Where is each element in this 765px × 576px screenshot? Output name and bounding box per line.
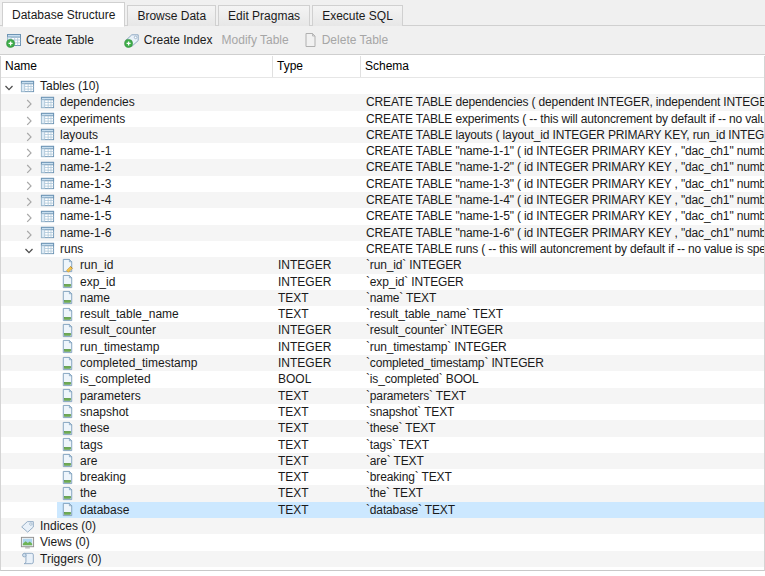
type-cell <box>273 94 361 110</box>
tree-row-result-table-name[interactable]: result_table_nameTEXT`result_table_name`… <box>1 306 764 322</box>
tree-row-database[interactable]: databaseTEXT`database` TEXT <box>1 502 764 518</box>
type-cell <box>273 78 361 94</box>
row-name-label: name-1-2 <box>60 159 111 175</box>
tree-row-layouts[interactable]: layoutsCREATE TABLE layouts ( layout_id … <box>1 127 764 143</box>
tab-database-structure[interactable]: Database Structure <box>2 2 125 27</box>
collapse-icon[interactable] <box>24 244 34 254</box>
tree-row-is-completed[interactable]: is_completedBOOL`is_completed` BOOL <box>1 371 764 387</box>
name-cell: name-1-3 <box>1 176 273 192</box>
table-icon <box>40 144 56 159</box>
tree-row-views-0[interactable]: Views (0) <box>1 534 764 550</box>
tree-row-run-id[interactable]: run_idINTEGER`run_id` INTEGER <box>1 257 764 273</box>
field-icon <box>60 372 76 387</box>
row-name-label: result_counter <box>80 322 156 338</box>
name-cell: dependencies <box>1 94 273 110</box>
type-cell <box>273 208 361 224</box>
tree-row-breaking[interactable]: breakingTEXT`breaking` TEXT <box>1 469 764 485</box>
schema-cell: `snapshot` TEXT <box>361 404 764 420</box>
table-icon <box>40 111 56 126</box>
tree-row-triggers-0[interactable]: Triggers (0) <box>1 551 764 567</box>
tree-row-parameters[interactable]: parametersTEXT`parameters` TEXT <box>1 388 764 404</box>
create-table-button[interactable]: Create Table <box>6 32 94 48</box>
column-header-name[interactable]: Name <box>1 56 273 77</box>
type-cell: INTEGER <box>273 257 361 273</box>
row-name-label: name <box>80 290 110 306</box>
type-cell <box>273 176 361 192</box>
type-cell <box>273 127 361 143</box>
tree-row-snapshot[interactable]: snapshotTEXT`snapshot` TEXT <box>1 404 764 420</box>
field-icon <box>60 502 76 517</box>
field-icon <box>60 486 76 501</box>
create-index-icon <box>124 32 140 48</box>
row-name-label: Triggers (0) <box>40 551 102 567</box>
name-cell: tags <box>1 437 273 453</box>
row-name-label: Tables (10) <box>40 78 99 94</box>
type-cell: TEXT <box>273 404 361 420</box>
row-name-label: exp_id <box>80 274 115 290</box>
tree-row-tables-10[interactable]: Tables (10) <box>1 78 764 94</box>
row-name-label: name-1-6 <box>60 225 111 241</box>
row-name-label: Indices (0) <box>40 518 96 534</box>
type-cell: INTEGER <box>273 274 361 290</box>
expand-icon[interactable] <box>24 97 34 107</box>
expand-icon[interactable] <box>24 179 34 189</box>
row-name-label: these <box>80 420 109 436</box>
tree-row-run-timestamp[interactable]: run_timestampINTEGER`run_timestamp` INTE… <box>1 339 764 355</box>
type-cell: TEXT <box>273 388 361 404</box>
expand-icon[interactable] <box>24 228 34 238</box>
column-header-type[interactable]: Type <box>273 56 361 77</box>
tree-row-runs[interactable]: runsCREATE TABLE runs ( -- this will aut… <box>1 241 764 257</box>
expand-icon[interactable] <box>24 146 34 156</box>
tab-edit-pragmas[interactable]: Edit Pragmas <box>218 5 310 26</box>
expand-icon[interactable] <box>24 162 34 172</box>
tree-row-name-1-1[interactable]: name-1-1CREATE TABLE "name-1-1" ( id INT… <box>1 143 764 159</box>
name-cell: Tables (10) <box>1 78 273 94</box>
tab-bar: Database StructureBrowse DataEdit Pragma… <box>0 0 765 26</box>
tree-row-dependencies[interactable]: dependenciesCREATE TABLE dependencies ( … <box>1 94 764 110</box>
schema-cell: `is_completed` BOOL <box>361 371 764 387</box>
name-cell: is_completed <box>1 371 273 387</box>
expand-icon[interactable] <box>24 130 34 140</box>
tree-row-completed-timestamp[interactable]: completed_timestampINTEGER`completed_tim… <box>1 355 764 371</box>
schema-cell: `run_timestamp` INTEGER <box>361 339 764 355</box>
tab-browse-data[interactable]: Browse Data <box>127 5 216 26</box>
tree-row-tags[interactable]: tagsTEXT`tags` TEXT <box>1 437 764 453</box>
type-cell: TEXT <box>273 485 361 501</box>
tree-row-name-1-6[interactable]: name-1-6CREATE TABLE "name-1-6" ( id INT… <box>1 225 764 241</box>
schema-cell <box>361 78 764 94</box>
tree-row-experiments[interactable]: experimentsCREATE TABLE experiments ( --… <box>1 111 764 127</box>
tree-row-name-1-2[interactable]: name-1-2CREATE TABLE "name-1-2" ( id INT… <box>1 159 764 175</box>
name-cell: are <box>1 453 273 469</box>
type-cell: TEXT <box>273 420 361 436</box>
tree-row-result-counter[interactable]: result_counterINTEGER`result_counter` IN… <box>1 322 764 338</box>
create-index-button[interactable]: Create Index <box>124 32 213 48</box>
type-cell <box>273 225 361 241</box>
tree-row-name-1-4[interactable]: name-1-4CREATE TABLE "name-1-4" ( id INT… <box>1 192 764 208</box>
tree-row-indices-0[interactable]: Indices (0) <box>1 518 764 534</box>
schema-cell: CREATE TABLE "name-1-5" ( id INTEGER PRI… <box>361 208 764 224</box>
field-icon <box>60 290 76 305</box>
type-cell: TEXT <box>273 469 361 485</box>
field-icon <box>60 453 76 468</box>
collapse-icon[interactable] <box>4 81 14 91</box>
tree-row-name-1-5[interactable]: name-1-5CREATE TABLE "name-1-5" ( id INT… <box>1 208 764 224</box>
tree-header: NameTypeSchema <box>1 56 764 78</box>
type-cell <box>273 159 361 175</box>
expand-icon[interactable] <box>24 211 34 221</box>
tree-row-name[interactable]: nameTEXT`name` TEXT <box>1 290 764 306</box>
create-table-icon <box>6 32 22 48</box>
tree-row-these[interactable]: theseTEXT`these` TEXT <box>1 420 764 436</box>
schema-cell: `database` TEXT <box>361 502 764 518</box>
expand-icon[interactable] <box>24 195 34 205</box>
tree-row-are[interactable]: areTEXT`are` TEXT <box>1 453 764 469</box>
tab-execute-sql[interactable]: Execute SQL <box>312 5 403 26</box>
tree-row-exp-id[interactable]: exp_idINTEGER`exp_id` INTEGER <box>1 274 764 290</box>
tree-row-name-1-3[interactable]: name-1-3CREATE TABLE "name-1-3" ( id INT… <box>1 176 764 192</box>
schema-cell: `result_table_name` TEXT <box>361 306 764 322</box>
tree-row-the[interactable]: theTEXT`the` TEXT <box>1 485 764 501</box>
row-name-label: experiments <box>60 111 125 127</box>
schema-cell: CREATE TABLE "name-1-6" ( id INTEGER PRI… <box>361 225 764 241</box>
column-header-schema[interactable]: Schema <box>361 56 765 77</box>
name-cell: Triggers (0) <box>1 551 273 567</box>
expand-icon[interactable] <box>24 114 34 124</box>
